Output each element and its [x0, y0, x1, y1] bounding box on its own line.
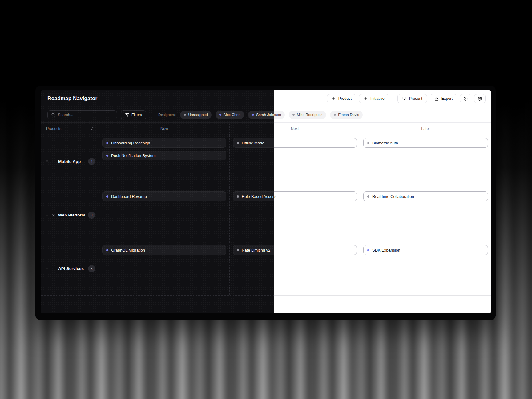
drag-handle-icon[interactable]: [45, 213, 49, 217]
designer-dot: [252, 114, 254, 116]
download-icon: [434, 96, 439, 101]
collapse-vertical-icon: [90, 126, 94, 130]
page-title: Roadmap Navigator: [47, 95, 97, 102]
plus-icon: [332, 96, 336, 101]
status-dot: [237, 195, 239, 198]
initiative-count-badge: 4: [88, 158, 95, 165]
filterbar-divider: [151, 111, 151, 118]
designer-dot: [219, 114, 221, 116]
toolbar-divider: [393, 95, 393, 102]
designer-chip-unassigned[interactable]: Unassigned: [180, 111, 211, 119]
status-dot: [106, 249, 108, 251]
chevron-down-icon[interactable]: [51, 267, 55, 271]
theme-toggle-button[interactable]: [460, 94, 471, 103]
lane-now: Dashboard Revamp: [99, 188, 230, 242]
product-cell: API Services 3: [41, 242, 99, 295]
collapse-all-button[interactable]: [90, 126, 95, 132]
status-dot: [237, 249, 239, 251]
lane-later: Biometric Auth: [360, 135, 491, 188]
products-column-header: Products: [41, 123, 99, 135]
designer-chip-mike-rodriguez[interactable]: Mike Rodriguez: [289, 111, 326, 119]
initiative-card[interactable]: Dashboard Revamp: [102, 191, 226, 201]
column-header-later: Later: [360, 123, 491, 135]
search-field[interactable]: [58, 113, 113, 117]
designer-dot: [292, 114, 295, 116]
product-cell: Mobile App 4: [41, 135, 99, 188]
status-dot: [106, 155, 108, 157]
lane-later: SDK Expansion: [360, 242, 491, 295]
designer-dot: [184, 114, 186, 116]
lane-later: Real-time Collaboration: [360, 188, 491, 242]
moon-icon: [463, 96, 468, 101]
drag-handle-icon[interactable]: [45, 267, 49, 271]
product-name: Web Platform: [58, 213, 85, 217]
settings-button[interactable]: [474, 94, 486, 103]
lane-now: GraphQL Migration: [99, 242, 230, 295]
status-dot: [367, 249, 369, 251]
status-dot: [367, 142, 369, 144]
initiative-count-badge: 3: [88, 265, 95, 272]
filters-button[interactable]: Filters: [121, 110, 146, 119]
app-window: Roadmap Navigator Product Initiative: [35, 86, 496, 320]
initiative-card[interactable]: Biometric Auth: [363, 138, 488, 148]
product-cell: Web Platform 3: [41, 188, 99, 242]
initiative-card[interactable]: Push Notification System: [102, 151, 226, 160]
product-name: Mobile App: [58, 159, 81, 164]
toolbar: Product Initiative Present: [327, 94, 486, 103]
export-button[interactable]: Export: [430, 94, 457, 103]
filter-icon: [125, 113, 129, 117]
status-dot: [367, 195, 369, 198]
product-name: API Services: [58, 266, 84, 271]
initiative-card[interactable]: Onboarding Redesign: [102, 138, 226, 148]
column-header-now: Now: [99, 123, 230, 135]
initiative-count-badge: 3: [88, 212, 95, 219]
chevron-down-icon[interactable]: [51, 213, 55, 217]
initiative-card[interactable]: SDK Expansion: [363, 245, 488, 255]
lane-now: Onboarding Redesign Push Notification Sy…: [99, 135, 230, 188]
add-product-button[interactable]: Product: [327, 94, 356, 103]
present-button[interactable]: Present: [397, 94, 427, 103]
status-dot: [237, 142, 239, 144]
search-icon: [51, 113, 55, 117]
designers-label: Designers:: [158, 113, 176, 117]
status-dot: [106, 195, 108, 198]
plus-icon: [364, 96, 368, 101]
designer-dot: [334, 114, 336, 116]
drag-handle-icon[interactable]: [45, 159, 49, 164]
designer-chip-emma-davis[interactable]: Emma Davis: [330, 111, 363, 119]
designer-chip-alex-chen[interactable]: Alex Chen: [216, 111, 244, 119]
presentation-icon: [402, 96, 407, 101]
status-dot: [106, 142, 108, 144]
gear-icon: [478, 96, 482, 101]
search-input[interactable]: [47, 110, 117, 119]
initiative-card[interactable]: GraphQL Migration: [102, 245, 226, 255]
add-initiative-button[interactable]: Initiative: [359, 94, 389, 103]
chevron-down-icon[interactable]: [51, 159, 55, 163]
initiative-card[interactable]: Real-time Collaboration: [363, 191, 488, 201]
